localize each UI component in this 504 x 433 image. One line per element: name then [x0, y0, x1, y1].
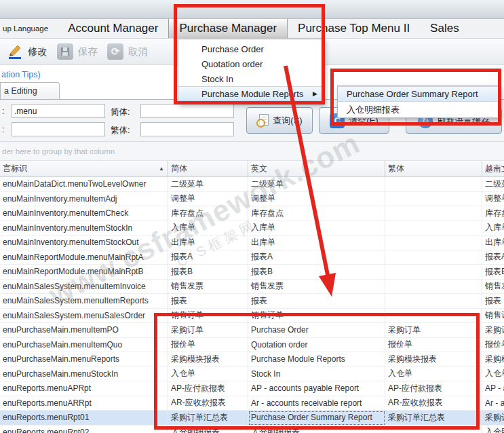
table-cell[interactable]: 采购订单 [168, 323, 248, 338]
table-cell[interactable] [385, 236, 482, 250]
table-cell[interactable]: enuReports.menuARRpt [0, 396, 168, 411]
table-cell[interactable] [385, 192, 482, 207]
table-cell[interactable]: enuReports.menuAPRpt [0, 381, 168, 396]
table-row[interactable]: enuMainInventory.menuItemAdj调整单调整单调整单 [0, 192, 504, 207]
table-cell[interactable]: 调整单 [248, 192, 385, 207]
table-cell[interactable]: 采购模块报表 [168, 352, 248, 367]
table-cell[interactable]: 采购模块报表 [385, 352, 482, 367]
menu-bar-item[interactable]: Account Manager [58, 19, 168, 38]
table-cell[interactable]: 调整单 [168, 192, 248, 207]
row2-input[interactable] [12, 122, 105, 136]
table-cell[interactable]: AP-应付款报表 [168, 381, 248, 396]
table-cell[interactable] [385, 221, 482, 236]
table-cell[interactable]: 销售发票 [248, 280, 385, 295]
identifier-input[interactable] [12, 104, 105, 118]
table-row[interactable]: enuReports.menuARRptAR-应收款报表Ar - account… [0, 396, 504, 411]
table-cell[interactable]: Purchase Order [248, 323, 385, 338]
table-cell[interactable]: enuPurchaseMain.menuReports [0, 352, 168, 367]
table-row[interactable]: enuMainInventory.menuItemStockIn入库单入库单入库… [0, 221, 504, 236]
table-cell[interactable]: 销售发票 [168, 280, 248, 295]
traditional-input[interactable] [140, 122, 234, 136]
table-cell[interactable]: 报表A [168, 250, 248, 265]
column-header-english[interactable]: 英文 [248, 161, 385, 176]
table-row[interactable]: enuPurchaseMain.menuItemQuo报价单Quotation … [0, 338, 504, 353]
table-row[interactable]: enuPurchaseMain.menuStockIn入仓单Stock In入仓… [0, 367, 504, 382]
dropdown-menu-item[interactable]: Quotation order [178, 56, 324, 71]
table-cell[interactable]: Ar - accounts receivable report [248, 396, 385, 411]
table-cell[interactable]: 入库单 [168, 221, 248, 236]
table-cell[interactable]: 入库单 [248, 221, 385, 236]
table-cell[interactable]: 库存盘点 [482, 206, 504, 221]
table-cell[interactable]: 报表B [248, 265, 385, 280]
table-row[interactable]: enuMainSalesSystem.menuSalesOrder销售订单销售订… [0, 309, 504, 324]
table-cell[interactable]: enuMainReportModule.menuMainRptA [0, 250, 168, 265]
table-row[interactable]: enuPurchaseMain.menuReports采购模块报表Purchas… [0, 352, 504, 367]
table-cell[interactable]: Purchase Module Reports [248, 352, 385, 367]
table-row[interactable]: enuMainInventory.menuItemCheck库存盘点库存盘点库存… [0, 206, 504, 221]
table-cell[interactable]: 报价单 [482, 338, 504, 353]
table-cell[interactable]: 库存盘点 [248, 206, 385, 221]
operation-tips-link[interactable]: ation Tips) [1, 70, 41, 79]
table-cell[interactable]: enuMainSalesSystem.menuItemInvoice [0, 280, 168, 295]
table-cell[interactable]: enuMainReportModule.menuMainRptB [0, 265, 168, 280]
save-button[interactable]: 保存 [57, 43, 98, 60]
table-cell[interactable]: Ar - accounts receivable report [482, 396, 504, 411]
table-cell[interactable]: 报表A [248, 250, 385, 265]
table-cell[interactable]: 报表B [482, 265, 504, 280]
table-cell[interactable] [385, 265, 482, 280]
table-cell[interactable]: enuMainSalesSystem.menuSalesOrder [0, 309, 168, 324]
table-row[interactable]: enuReports.menuRpt02入仓明细报表入仓明细报表入仓明细报表 [0, 426, 504, 433]
table-cell[interactable]: AP - accounts payable Report [482, 381, 504, 396]
table-cell[interactable]: 报表 [168, 294, 248, 309]
table-cell[interactable]: 采购订单汇总表 [482, 411, 504, 426]
table-cell[interactable]: 入仓明细报表 [482, 426, 504, 433]
table-cell[interactable]: Purchase Order Summary Report [248, 411, 385, 426]
table-cell[interactable]: 报表A [482, 250, 504, 265]
table-row[interactable]: enuMainSalesSystem.menuItemInvoice销售发票销售… [0, 280, 504, 295]
table-cell[interactable]: 销售发票 [482, 280, 504, 295]
column-header-identifier[interactable]: 言标识 ▲ [0, 161, 168, 176]
table-cell[interactable] [385, 206, 482, 221]
table-row[interactable]: enuReports.menuAPRptAP-应付款报表AP - account… [0, 381, 504, 396]
column-header-traditional[interactable]: 繁体 [385, 161, 482, 176]
table-cell[interactable]: 入库单 [482, 221, 504, 236]
table-cell[interactable]: 库存盘点 [168, 206, 248, 221]
dropdown-menu-item[interactable]: Stock In [178, 71, 324, 86]
table-cell[interactable] [385, 280, 482, 295]
cancel-button[interactable]: ⟳ 取消 [107, 43, 148, 60]
table-cell[interactable]: AR-应收款报表 [168, 396, 248, 411]
table-cell[interactable]: 采购订单 [385, 323, 482, 338]
table-row[interactable]: enuMainReportModule.menuMainRptB报表B报表B报表… [0, 265, 504, 280]
table-cell[interactable]: 报价单 [168, 338, 248, 353]
table-cell[interactable]: enuReports.menuRpt01 [0, 411, 168, 426]
table-cell[interactable]: 入仓单 [385, 367, 482, 382]
menu-bar-item[interactable]: Purchase Manager [168, 19, 288, 38]
table-cell[interactable]: 二级菜单 [248, 177, 385, 192]
table-cell[interactable]: 入仓明细报表 [248, 426, 385, 433]
table-cell[interactable]: 采购订单汇总表 [168, 411, 248, 426]
table-row[interactable]: enuMainInventory.menuItemStockOut出库单出库单出… [0, 236, 504, 250]
table-row[interactable]: enuPurchaseMain.menuItemPO采购订单Purchase O… [0, 323, 504, 338]
edit-button[interactable]: 修改 [7, 43, 47, 61]
table-cell[interactable]: 二级菜单 [482, 177, 504, 192]
dropdown-menu-item[interactable]: Purchase Module Reports▶ [178, 86, 324, 101]
table-row[interactable]: enuMainSalesSystem.menuItemReports报表报表报表 [0, 294, 504, 309]
simplified-input[interactable] [140, 104, 234, 118]
table-row[interactable]: enuMainDataDict.menuTwoLevelOwner二级菜单二级菜… [0, 177, 504, 192]
table-cell[interactable] [385, 426, 482, 433]
table-cell[interactable]: 入仓单 [168, 367, 248, 382]
table-cell[interactable]: 入仓明细报表 [168, 426, 248, 433]
menu-bar-item[interactable]: up Language [0, 19, 58, 38]
grid-group-panel[interactable]: der here to group by that column [0, 142, 504, 161]
column-header-vietnamese[interactable]: 越南文 [482, 161, 504, 176]
table-row[interactable]: enuReports.menuRpt01采购订单汇总表Purchase Orde… [0, 411, 504, 426]
table-cell[interactable]: enuPurchaseMain.menuStockIn [0, 367, 168, 382]
table-cell[interactable]: enuMainInventory.menuItemStockIn [0, 221, 168, 236]
table-cell[interactable]: Stock In [248, 367, 385, 382]
table-cell[interactable]: enuMainInventory.menuItemStockOut [0, 236, 168, 250]
table-cell[interactable]: enuPurchaseMain.menuItemQuo [0, 338, 168, 353]
table-cell[interactable]: AP - accounts payable Report [248, 381, 385, 396]
table-cell[interactable] [385, 250, 482, 265]
table-cell[interactable]: 销售订单 [482, 309, 504, 324]
table-cell[interactable]: 报表B [168, 265, 248, 280]
